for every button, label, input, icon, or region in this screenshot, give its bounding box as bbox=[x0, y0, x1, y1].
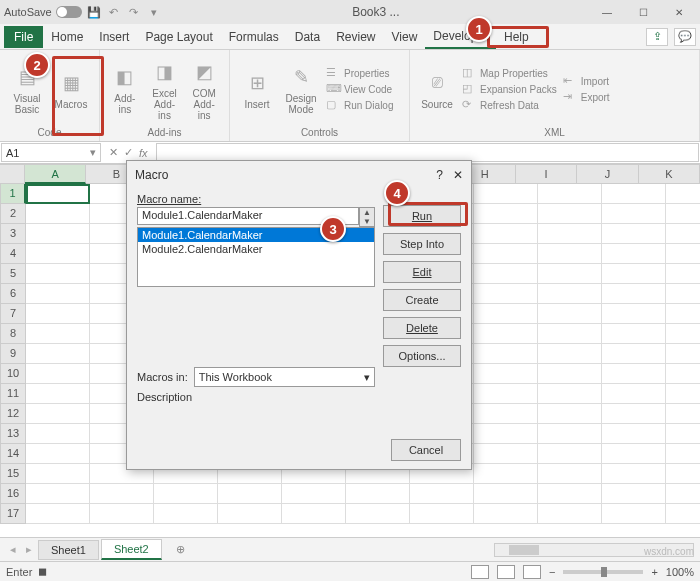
row-header[interactable]: 14 bbox=[0, 444, 26, 464]
cell[interactable] bbox=[154, 504, 218, 524]
cell[interactable] bbox=[666, 444, 700, 464]
row-header[interactable]: 9 bbox=[0, 344, 26, 364]
cell[interactable] bbox=[602, 404, 666, 424]
excel-addins-button[interactable]: ◨Excel Add-ins bbox=[146, 52, 184, 126]
cell[interactable] bbox=[666, 364, 700, 384]
dialog-titlebar[interactable]: Macro ? ✕ bbox=[127, 161, 471, 189]
col-header-i[interactable]: I bbox=[516, 164, 577, 184]
cell[interactable] bbox=[410, 504, 474, 524]
run-dialog-button[interactable]: ▢Run Dialog bbox=[324, 97, 395, 113]
comments-button[interactable]: 💬 bbox=[674, 28, 696, 46]
cell[interactable] bbox=[26, 404, 90, 424]
cell[interactable] bbox=[666, 184, 700, 204]
source-button[interactable]: ⎚Source bbox=[416, 52, 458, 126]
maximize-button[interactable]: ☐ bbox=[626, 1, 660, 23]
cell[interactable] bbox=[538, 424, 602, 444]
cell[interactable] bbox=[538, 444, 602, 464]
cell[interactable] bbox=[602, 244, 666, 264]
cancel-button[interactable]: Cancel bbox=[391, 439, 461, 461]
cell[interactable] bbox=[602, 464, 666, 484]
close-window-button[interactable]: ✕ bbox=[662, 1, 696, 23]
undo-icon[interactable]: ↶ bbox=[106, 4, 122, 20]
step-into-button[interactable]: Step Into bbox=[383, 233, 461, 255]
cell[interactable] bbox=[26, 324, 90, 344]
cell[interactable] bbox=[538, 184, 602, 204]
cell[interactable] bbox=[538, 364, 602, 384]
cell[interactable] bbox=[538, 304, 602, 324]
macro-name-stepper[interactable]: ▲▼ bbox=[359, 207, 375, 227]
addins-button[interactable]: ◧Add- ins bbox=[106, 52, 144, 126]
tab-formulas[interactable]: Formulas bbox=[221, 26, 287, 48]
cell[interactable] bbox=[602, 324, 666, 344]
cell[interactable] bbox=[346, 504, 410, 524]
macros-in-select[interactable]: This Workbook▾ bbox=[194, 367, 375, 387]
fx-icon[interactable]: fx bbox=[136, 147, 151, 159]
dialog-help-button[interactable]: ? bbox=[436, 168, 443, 182]
cell[interactable] bbox=[666, 264, 700, 284]
cell[interactable] bbox=[26, 204, 90, 224]
row-header[interactable]: 17 bbox=[0, 504, 26, 524]
cell[interactable] bbox=[538, 344, 602, 364]
row-header[interactable]: 2 bbox=[0, 204, 26, 224]
cell[interactable] bbox=[474, 444, 538, 464]
cell[interactable] bbox=[474, 344, 538, 364]
name-box[interactable]: A1▾ bbox=[1, 143, 101, 162]
cell[interactable] bbox=[602, 484, 666, 504]
cell[interactable] bbox=[474, 264, 538, 284]
share-button[interactable]: ⇪ bbox=[646, 28, 668, 46]
cell[interactable] bbox=[666, 304, 700, 324]
cell[interactable] bbox=[538, 484, 602, 504]
sheet-tab-sheet2[interactable]: Sheet2 bbox=[101, 539, 162, 560]
row-header[interactable]: 5 bbox=[0, 264, 26, 284]
new-sheet-button[interactable]: ⊕ bbox=[164, 540, 188, 559]
cell[interactable] bbox=[538, 384, 602, 404]
cell[interactable] bbox=[26, 264, 90, 284]
minimize-button[interactable]: — bbox=[590, 1, 624, 23]
tab-insert[interactable]: Insert bbox=[91, 26, 137, 48]
cell[interactable] bbox=[474, 364, 538, 384]
cell[interactable] bbox=[26, 464, 90, 484]
cell[interactable] bbox=[474, 224, 538, 244]
view-code-button[interactable]: ⌨View Code bbox=[324, 81, 395, 97]
col-header-j[interactable]: J bbox=[577, 164, 638, 184]
row-header[interactable]: 10 bbox=[0, 364, 26, 384]
cell[interactable] bbox=[218, 504, 282, 524]
cell[interactable] bbox=[666, 384, 700, 404]
refresh-data-button[interactable]: ⟳Refresh Data bbox=[460, 97, 559, 113]
cell[interactable] bbox=[602, 364, 666, 384]
cell[interactable] bbox=[602, 504, 666, 524]
row-header[interactable]: 8 bbox=[0, 324, 26, 344]
cell[interactable] bbox=[602, 224, 666, 244]
cell[interactable] bbox=[666, 504, 700, 524]
cell[interactable] bbox=[474, 424, 538, 444]
cell[interactable] bbox=[282, 484, 346, 504]
cell[interactable] bbox=[602, 384, 666, 404]
row-header[interactable]: 16 bbox=[0, 484, 26, 504]
cell[interactable] bbox=[538, 464, 602, 484]
cell[interactable] bbox=[474, 384, 538, 404]
dialog-close-button[interactable]: ✕ bbox=[453, 168, 463, 182]
design-mode-button[interactable]: ✎Design Mode bbox=[280, 52, 322, 126]
cell[interactable] bbox=[26, 384, 90, 404]
col-header-a[interactable]: A bbox=[25, 164, 86, 184]
cell[interactable] bbox=[666, 424, 700, 444]
view-pagelayout-button[interactable] bbox=[497, 565, 515, 579]
delete-button[interactable]: Delete bbox=[383, 317, 461, 339]
redo-icon[interactable]: ↷ bbox=[126, 4, 142, 20]
run-button[interactable]: Run bbox=[383, 205, 461, 227]
cell[interactable] bbox=[90, 504, 154, 524]
cell[interactable] bbox=[602, 184, 666, 204]
cell[interactable] bbox=[666, 404, 700, 424]
save-icon[interactable]: 💾 bbox=[86, 4, 102, 20]
cell[interactable] bbox=[474, 504, 538, 524]
com-addins-button[interactable]: ◩COM Add-ins bbox=[185, 52, 223, 126]
cell[interactable] bbox=[602, 344, 666, 364]
cell[interactable] bbox=[410, 484, 474, 504]
autosave-toggle[interactable]: AutoSave 💾 ↶ ↷ ▾ bbox=[4, 4, 162, 20]
row-header[interactable]: 1 bbox=[0, 184, 26, 204]
cell[interactable] bbox=[666, 344, 700, 364]
col-header-k[interactable]: K bbox=[639, 164, 700, 184]
cell[interactable] bbox=[26, 344, 90, 364]
cell[interactable] bbox=[666, 464, 700, 484]
cell[interactable] bbox=[474, 244, 538, 264]
